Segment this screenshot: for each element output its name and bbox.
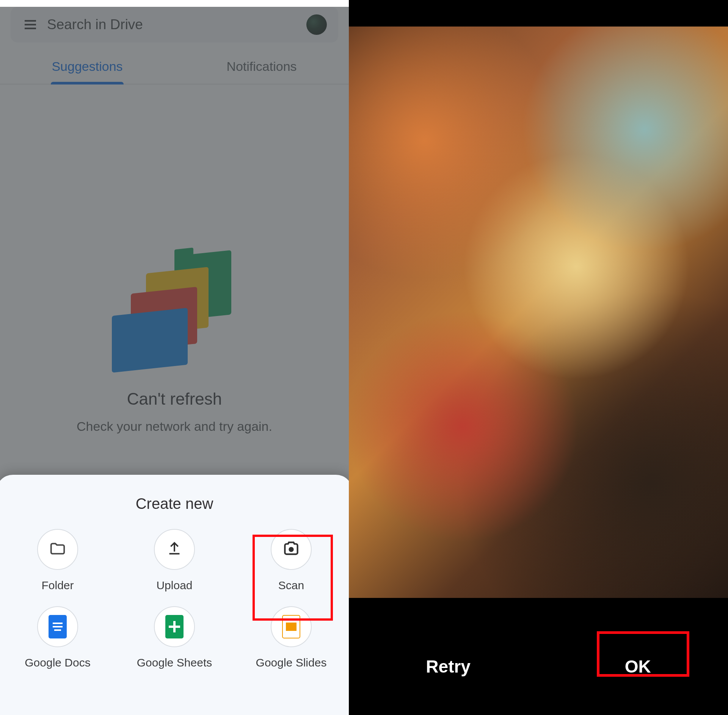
drive-background: Search in Drive Suggestions Notification…: [0, 7, 349, 715]
create-new-sheet: Create new Folder: [0, 475, 349, 715]
camera-controls: Retry OK: [349, 640, 728, 693]
folder-icon: [49, 540, 66, 559]
sheet-title: Create new: [0, 495, 349, 512]
create-slides-button[interactable]: Google Slides: [233, 606, 349, 669]
camera-preview-screen: Retry OK: [349, 0, 728, 715]
create-scan-label: Scan: [278, 579, 304, 592]
camera-captured-image: [349, 27, 728, 598]
upload-icon: [166, 540, 183, 559]
drive-screen: Search in Drive Suggestions Notification…: [0, 0, 349, 715]
create-docs-button[interactable]: Google Docs: [0, 606, 116, 669]
sheet-grid: Folder Upload: [0, 529, 349, 669]
camera-icon: [282, 539, 301, 560]
create-sheets-button[interactable]: Google Sheets: [116, 606, 233, 669]
google-docs-icon: [49, 615, 67, 638]
create-folder-button[interactable]: Folder: [0, 529, 116, 592]
create-upload-label: Upload: [156, 579, 192, 592]
create-sheets-label: Google Sheets: [137, 656, 212, 669]
create-slides-label: Google Slides: [256, 656, 327, 669]
create-folder-label: Folder: [41, 579, 74, 592]
svg-point-3: [289, 548, 293, 551]
create-docs-label: Google Docs: [25, 656, 90, 669]
create-scan-button[interactable]: Scan: [233, 529, 349, 592]
create-upload-button[interactable]: Upload: [116, 529, 233, 592]
ok-button[interactable]: OK: [604, 646, 672, 687]
retry-button[interactable]: Retry: [405, 646, 492, 687]
google-slides-icon: [282, 615, 300, 638]
google-sheets-icon: [165, 615, 184, 638]
